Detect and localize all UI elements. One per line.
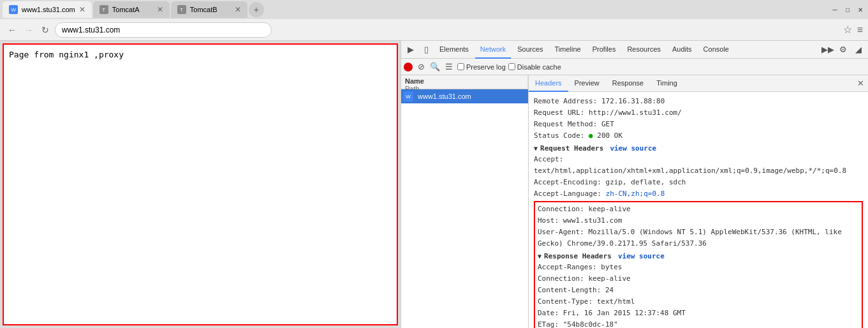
minimize-button[interactable]: ─ bbox=[830, 4, 840, 15]
accept-row: Accept: text/html,application/xhtml+xml,… bbox=[534, 154, 863, 177]
tab-active[interactable]: W www1.stu31.com ✕ bbox=[3, 1, 92, 18]
request-headers-section: ▼ Request Headers view source bbox=[534, 144, 863, 153]
tab-favicon-3: T bbox=[177, 5, 186, 14]
list-button[interactable]: ☰ bbox=[443, 61, 455, 73]
request-url-row: Request URL: http://www1.stu31.com/ bbox=[534, 107, 863, 119]
tab-timeline[interactable]: Timeline bbox=[550, 41, 586, 59]
accept-ranges-row: Accept-Ranges: bytes bbox=[538, 262, 859, 273]
network-list-header: Name Path bbox=[401, 75, 528, 89]
tab-label-3: TomcatB bbox=[190, 6, 217, 13]
tab-resources[interactable]: Resources bbox=[622, 41, 666, 59]
tab-label-2: TomcatA bbox=[112, 6, 140, 13]
devtools-toolbar: ▶ ▯ Elements Network Sources Timeline Pr… bbox=[401, 41, 868, 59]
details-tab-timing[interactable]: Timing bbox=[650, 75, 684, 92]
back-button[interactable]: ← bbox=[5, 23, 19, 37]
tab-elements[interactable]: Elements bbox=[434, 41, 474, 59]
clear-button[interactable]: ⊘ bbox=[415, 61, 427, 73]
record-button[interactable] bbox=[404, 63, 413, 71]
more-button[interactable]: ◢ bbox=[851, 43, 865, 57]
devtools-right-buttons: ▶▶ ⚙ ◢ bbox=[821, 43, 865, 57]
tab-favicon-1: W bbox=[9, 5, 18, 14]
disable-cache-label[interactable]: Disable cache bbox=[508, 63, 561, 71]
address-bar: ← → ↻ ☆ ≡ bbox=[0, 19, 868, 41]
tab-3[interactable]: T TomcatB ✕ bbox=[171, 1, 247, 18]
device-mode-button[interactable]: ▯ bbox=[419, 43, 433, 57]
tab-label-1: www1.stu31.com bbox=[22, 6, 75, 13]
tab-close-3[interactable]: ✕ bbox=[235, 5, 241, 14]
forward-button[interactable]: → bbox=[22, 23, 36, 37]
url-input[interactable] bbox=[55, 22, 272, 38]
view-source-response[interactable]: view source bbox=[618, 252, 665, 260]
title-bar: W www1.stu31.com ✕ T TomcatA ✕ T TomcatB… bbox=[0, 0, 868, 19]
details-close-button[interactable]: ✕ bbox=[857, 78, 868, 88]
reload-button[interactable]: ↻ bbox=[38, 23, 52, 37]
content-type-row: Content-Type: text/html bbox=[538, 296, 859, 308]
network-list: Name Path W www1.stu31.com bbox=[401, 75, 529, 328]
disable-cache-checkbox[interactable] bbox=[508, 63, 515, 70]
request-method-row: Request Method: GET bbox=[534, 119, 863, 130]
browser-window: W www1.stu31.com ✕ T TomcatA ✕ T TomcatB… bbox=[0, 0, 868, 328]
connection-response-row: Connection: keep-alive bbox=[538, 273, 859, 285]
tab-close-1[interactable]: ✕ bbox=[79, 5, 85, 14]
menu-button[interactable]: ≡ bbox=[857, 24, 863, 36]
filter-button[interactable]: 🔍 bbox=[429, 61, 441, 73]
tab-favicon-2: T bbox=[99, 5, 108, 14]
tab-audits[interactable]: Audits bbox=[667, 41, 697, 59]
content-length-row: Content-Length: 24 bbox=[538, 285, 859, 296]
host-row: Host: www1.stu31.com bbox=[538, 215, 859, 227]
settings-button[interactable]: ⚙ bbox=[836, 43, 850, 57]
details-content: Remote Address: 172.16.31.88:80 Request … bbox=[529, 92, 868, 328]
dock-button[interactable]: ▶▶ bbox=[821, 43, 835, 57]
network-row-1[interactable]: W www1.stu31.com bbox=[401, 89, 528, 103]
response-headers-section: ▼ Response Headers view source bbox=[538, 252, 859, 260]
highlighted-headers-section: Connection: keep-alive Host: www1.stu31.… bbox=[534, 201, 863, 328]
details-tab-headers[interactable]: Headers bbox=[529, 75, 568, 92]
preserve-log-checkbox[interactable] bbox=[457, 63, 464, 70]
bookmark-button[interactable]: ☆ bbox=[843, 24, 852, 36]
main-content: Page from nginx1 ,proxy ▶ ▯ Elements Net… bbox=[0, 41, 868, 328]
accept-encoding-row: Accept-Encoding: gzip, deflate, sdch bbox=[534, 177, 863, 188]
connection-request-row: Connection: keep-alive bbox=[538, 204, 859, 215]
tab-sources[interactable]: Sources bbox=[512, 41, 548, 59]
name-column-header: Name Path bbox=[401, 75, 528, 89]
tab-profiles[interactable]: Profiles bbox=[587, 41, 621, 59]
view-source-request[interactable]: view source bbox=[610, 144, 656, 153]
inspect-element-button[interactable]: ▶ bbox=[404, 43, 418, 57]
network-body: Name Path W www1.stu31.com bbox=[401, 75, 868, 328]
new-tab-button[interactable]: + bbox=[249, 2, 264, 17]
details-tab-response[interactable]: Response bbox=[606, 75, 651, 92]
close-button[interactable]: ✕ bbox=[855, 4, 865, 15]
details-panel: Headers Preview Response Timing ✕ bbox=[529, 75, 868, 328]
window-controls: ─ □ ✕ bbox=[830, 4, 865, 15]
maximize-button[interactable]: □ bbox=[842, 4, 853, 15]
details-tab-preview[interactable]: Preview bbox=[568, 75, 606, 92]
preserve-log-label[interactable]: Preserve log bbox=[457, 63, 506, 71]
details-tabs: Headers Preview Response Timing ✕ bbox=[529, 75, 868, 92]
tab-close-2[interactable]: ✕ bbox=[157, 5, 163, 14]
page-content-area: Page from nginx1 ,proxy bbox=[3, 43, 398, 325]
accept-language-row: Accept-Language: zh-CN,zh;q=0.8 bbox=[534, 188, 863, 200]
status-code-row: Status Code: ● 200 OK bbox=[534, 130, 863, 142]
date-row: Date: Fri, 16 Jan 2015 12:37:48 GMT bbox=[538, 308, 859, 319]
tab-console[interactable]: Console bbox=[698, 41, 734, 59]
network-toolbar: ⊘ 🔍 ☰ Preserve log Disable cache bbox=[401, 59, 868, 75]
user-agent-row: User-Agent: Mozilla/5.0 (Windows NT 5.1)… bbox=[538, 227, 859, 250]
devtools-panel: ▶ ▯ Elements Network Sources Timeline Pr… bbox=[401, 41, 868, 328]
tab-2[interactable]: T TomcatA ✕ bbox=[93, 1, 170, 18]
tab-network[interactable]: Network bbox=[475, 41, 511, 59]
page-text: Page from nginx1 ,proxy bbox=[9, 50, 124, 59]
document-icon: W bbox=[401, 89, 415, 103]
remote-address-row: Remote Address: 172.16.31.88:80 bbox=[534, 96, 863, 107]
etag-row: ETag: "54b8c0dc-18" bbox=[538, 319, 859, 328]
